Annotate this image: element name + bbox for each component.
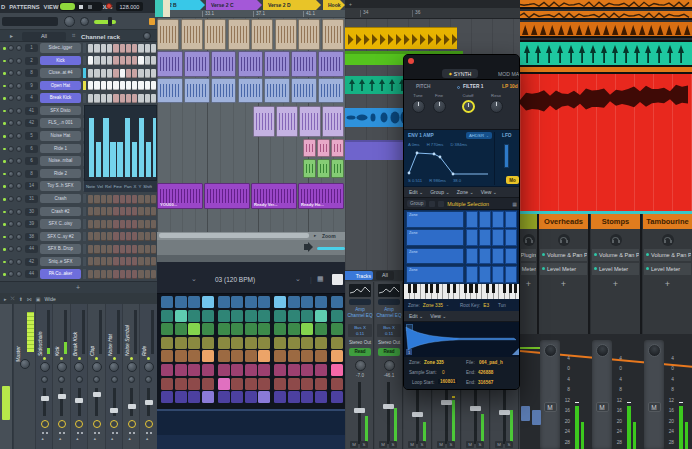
strip-pan-knob[interactable] — [40, 362, 50, 372]
strip-sep-knob[interactable] — [145, 376, 152, 383]
mixer-tab-all[interactable]: All — [376, 271, 394, 280]
stop-button[interactable] — [79, 5, 83, 9]
add-plugin-button[interactable]: + — [591, 279, 640, 289]
group-value[interactable]: Multiple Selection — [447, 201, 489, 207]
audio-clip[interactable] — [238, 78, 264, 103]
strip-solo-button[interactable]: S — [389, 441, 397, 448]
channel-target-indicator[interactable] — [83, 269, 86, 279]
step-cell[interactable] — [126, 220, 131, 229]
info-file-value[interactable]: 064_pad_h — [479, 360, 519, 365]
strip-led[interactable] — [95, 357, 98, 360]
channel-vol-knob[interactable] — [16, 108, 22, 114]
step-cell[interactable] — [138, 220, 143, 229]
pad-cell[interactable] — [245, 337, 257, 349]
tab-synth[interactable]: ◆ SYNTH — [442, 69, 478, 78]
strip-fader-track[interactable] — [130, 388, 133, 416]
pad-cell[interactable] — [331, 364, 343, 376]
step-cell[interactable] — [151, 81, 156, 90]
zone-block[interactable]: Zone — [406, 266, 464, 283]
strip-pan-knob[interactable] — [109, 362, 119, 372]
zone-cell[interactable] — [466, 229, 478, 246]
pad-cell[interactable] — [288, 364, 300, 376]
pad-cell[interactable] — [161, 391, 173, 403]
strip-led[interactable] — [147, 357, 150, 360]
audio-clip[interactable] — [238, 51, 264, 77]
step-cell[interactable] — [107, 257, 112, 266]
audio-clip[interactable] — [318, 78, 344, 103]
strip-mute-button[interactable]: M — [350, 441, 358, 448]
channel-vol-knob[interactable] — [16, 271, 22, 277]
channel-vol-knob[interactable] — [16, 183, 22, 189]
step-cell[interactable] — [88, 69, 93, 78]
mod-button[interactable]: Mo — [506, 176, 519, 184]
zone-cell[interactable] — [479, 266, 491, 283]
pad-cell[interactable] — [202, 323, 214, 335]
step-cell[interactable] — [94, 232, 99, 241]
pattern-prev-chevron[interactable]: ⌄ — [191, 275, 197, 283]
strip-fx-knob[interactable] — [145, 420, 153, 428]
strip-led[interactable] — [130, 357, 133, 360]
strip-fx-knob[interactable] — [41, 420, 49, 428]
pad-cell[interactable] — [331, 323, 343, 335]
channel-vol-knob[interactable] — [16, 158, 22, 164]
step-cell[interactable] — [151, 270, 156, 279]
pad-cell[interactable] — [301, 310, 313, 322]
strip-header-stomps[interactable]: Stomps — [591, 214, 640, 229]
step-cell[interactable] — [132, 220, 137, 229]
strip-fader-track[interactable] — [358, 382, 361, 444]
mixer-strip[interactable]: Ride▴ — [139, 304, 156, 449]
graph-bar[interactable] — [96, 142, 101, 177]
pad-cell[interactable] — [258, 296, 270, 308]
channel-led[interactable] — [3, 261, 6, 264]
pad-cell[interactable] — [288, 337, 300, 349]
track-red[interactable] — [520, 74, 692, 211]
mixer-strip[interactable]: Noise Hat▴ — [105, 304, 122, 449]
step-cell[interactable] — [94, 69, 99, 78]
step-cell[interactable] — [151, 69, 156, 78]
channel-pan-knob[interactable] — [8, 259, 14, 265]
zone-cell[interactable] — [505, 211, 517, 228]
playlist-grid[interactable]: YOU00...Ready Ver...Ready Ho... — [157, 18, 345, 232]
strip-mute-button[interactable]: M — [596, 402, 609, 412]
plugin-slot[interactable]: Level Meter — [592, 263, 639, 275]
env-value[interactable]: 38.0 — [453, 178, 461, 183]
logic-channel-strip[interactable]: AmpChannel EQBus X0.11Stereo OutRead-7.0… — [346, 282, 374, 449]
step-cell[interactable] — [138, 257, 143, 266]
audio-clip[interactable] — [228, 19, 250, 50]
track-orange-1[interactable] — [520, 0, 692, 9]
zone-scrollbar[interactable] — [517, 210, 520, 284]
mixer-play-icon[interactable]: ▸ — [4, 296, 7, 302]
graph-tab-note[interactable]: Note — [86, 184, 95, 189]
pad-cell[interactable] — [231, 296, 243, 308]
pad-cell[interactable] — [331, 350, 343, 362]
step-cell[interactable] — [126, 195, 131, 204]
pad-cell[interactable] — [188, 337, 200, 349]
filter-enable-dot[interactable] — [457, 86, 460, 89]
step-cell[interactable] — [138, 44, 143, 53]
black-key[interactable] — [492, 284, 495, 293]
pattern-next-chevron[interactable]: ⌄ — [295, 275, 301, 283]
strip-solo-button[interactable]: S — [476, 441, 484, 448]
audio-clip[interactable] — [264, 51, 290, 77]
step-cell[interactable] — [126, 56, 131, 65]
menu-zone[interactable]: Zone ⌄ — [457, 189, 474, 195]
step-cell[interactable] — [113, 94, 118, 103]
marker-3[interactable]: Verse 2 D — [263, 0, 321, 10]
pad-cell[interactable] — [331, 391, 343, 403]
pad-cell[interactable] — [231, 378, 243, 390]
step-cell[interactable] — [107, 44, 112, 53]
channel-led[interactable] — [3, 223, 6, 226]
add-plugin-button[interactable]: + — [643, 279, 692, 289]
pad-cell[interactable] — [301, 378, 313, 390]
audio-clip[interactable] — [157, 19, 179, 50]
step-cell[interactable] — [132, 44, 137, 53]
step-cell[interactable] — [132, 81, 137, 90]
strip-mute-button[interactable]: M — [648, 402, 661, 412]
channel-led[interactable] — [3, 122, 6, 125]
step-cell[interactable] — [120, 257, 125, 266]
audio-clip[interactable] — [251, 19, 273, 50]
step-cell[interactable] — [107, 232, 112, 241]
strip-mute-button[interactable]: M — [379, 441, 387, 448]
channel-name-button[interactable]: SFX C..sy #2 — [40, 232, 81, 242]
pad-cell[interactable] — [218, 364, 230, 376]
